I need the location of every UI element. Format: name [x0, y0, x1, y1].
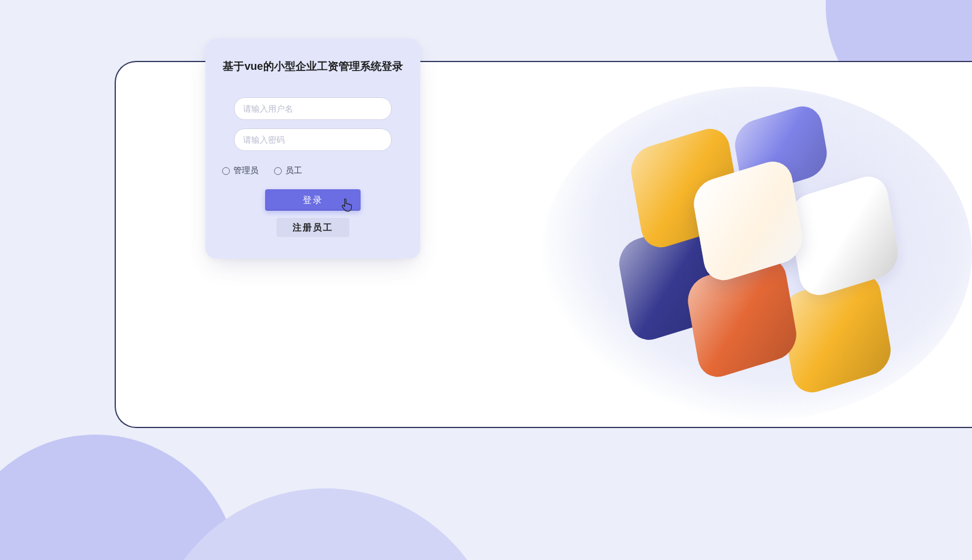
- role-radio-employee-label: 员工: [285, 165, 302, 176]
- login-card: 基于vue的小型企业工资管理系统登录 管理员 员工 登录 注册员工: [205, 39, 420, 259]
- role-radio-admin-label: 管理员: [233, 165, 259, 176]
- role-radio-employee[interactable]: [274, 167, 282, 175]
- username-input[interactable]: [234, 97, 392, 120]
- login-title: 基于vue的小型企业工资管理系统登录: [221, 59, 405, 73]
- role-option-admin[interactable]: 管理员: [222, 165, 259, 176]
- password-input[interactable]: [234, 128, 392, 151]
- register-employee-button[interactable]: 注册员工: [276, 218, 349, 237]
- role-radio-admin[interactable]: [222, 167, 230, 175]
- login-button[interactable]: 登录: [265, 189, 361, 211]
- role-option-employee[interactable]: 员工: [274, 165, 302, 176]
- role-radio-group: 管理员 员工: [222, 165, 405, 176]
